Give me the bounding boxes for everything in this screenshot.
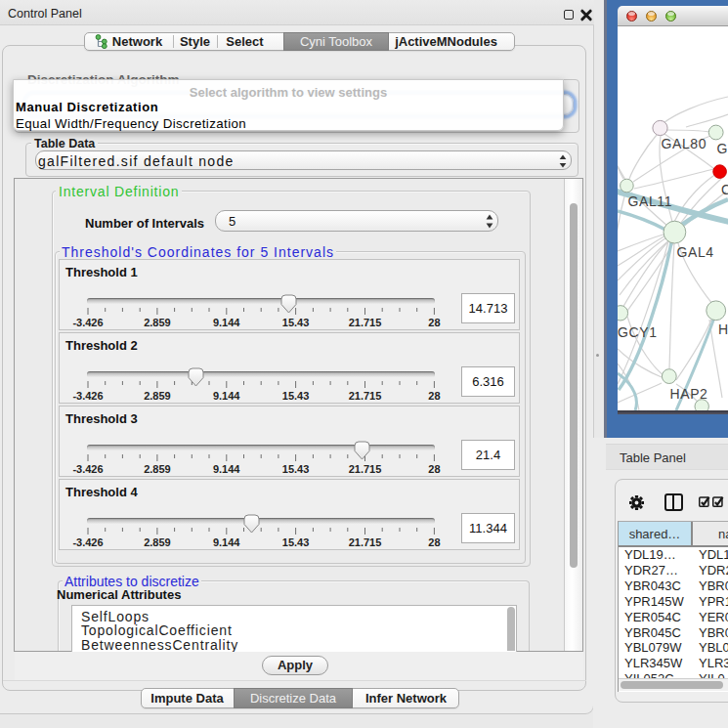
svg-text:C: C bbox=[721, 182, 728, 197]
svg-text:H: H bbox=[718, 321, 728, 337]
svg-text:HAP2: HAP2 bbox=[670, 386, 708, 402]
svg-text:GAL80: GAL80 bbox=[662, 136, 707, 151]
svg-text:G.: G. bbox=[717, 141, 728, 156]
svg-text:GCY1: GCY1 bbox=[618, 324, 658, 340]
svg-text:GAL4: GAL4 bbox=[677, 244, 714, 260]
svg-text:GAL11: GAL11 bbox=[628, 193, 673, 209]
